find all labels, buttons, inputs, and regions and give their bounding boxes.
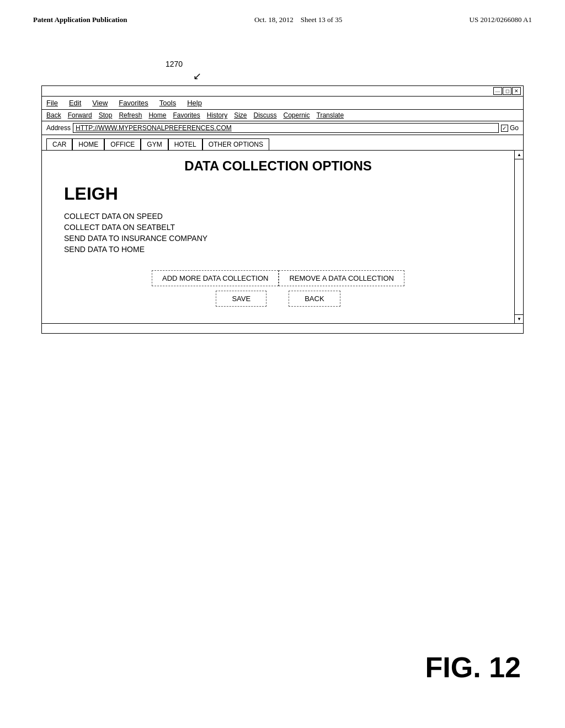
figure-label: FIG. 12 xyxy=(425,651,521,684)
tab-car[interactable]: CAR xyxy=(46,138,72,150)
title-bar: — ◻ ✕ xyxy=(42,86,523,97)
toolbar-size[interactable]: Size xyxy=(234,111,247,119)
address-input[interactable] xyxy=(73,123,499,133)
patent-date: Oct. 18, 2012 xyxy=(254,15,294,24)
menu-help[interactable]: Help xyxy=(187,99,202,107)
minimize-button[interactable]: — xyxy=(493,87,502,95)
toolbar-stop[interactable]: Stop xyxy=(99,111,113,119)
go-checkbox: ✓ xyxy=(501,125,508,132)
close-button[interactable]: ✕ xyxy=(512,87,521,95)
toolbar-refresh[interactable]: Refresh xyxy=(119,111,142,119)
tab-gym[interactable]: GYM xyxy=(141,138,168,150)
toolbar-discuss[interactable]: Discuss xyxy=(253,111,276,119)
menu-bar: File Edit View Favorites Tools Help xyxy=(42,97,523,110)
buttons-row-2: SAVE BACK xyxy=(53,291,503,307)
tab-other-options[interactable]: OTHER OPTIONS xyxy=(202,138,269,150)
content-wrapper: DATA COLLECTION OPTIONS LEIGH COLLECT DA… xyxy=(42,151,523,323)
annotation-label: 1270 xyxy=(166,60,183,68)
remove-data-button[interactable]: REMOVE A DATA COLLECTION xyxy=(279,270,404,286)
page-title: DATA COLLECTION OPTIONS xyxy=(53,158,503,174)
annotation-arrow: ↙ xyxy=(193,70,201,82)
list-item-3: SEND DATA TO INSURANCE COMPANY xyxy=(64,234,503,243)
menu-edit[interactable]: Edit xyxy=(69,99,81,107)
patent-right: US 2012/0266080 A1 xyxy=(470,15,532,24)
tab-bar: CAR HOME OFFICE GYM HOTEL OTHER OPTIONS xyxy=(42,135,523,151)
list-item-2: COLLECT DATA ON SEATBELT xyxy=(64,223,503,232)
scroll-up-button[interactable]: ▲ xyxy=(515,151,524,159)
scrollbar[interactable]: ▲ ▼ xyxy=(514,151,523,323)
content-area: DATA COLLECTION OPTIONS LEIGH COLLECT DA… xyxy=(42,151,514,323)
user-name: LEIGH xyxy=(64,184,503,204)
toolbar: Back Forward Stop Refresh Home Favorites… xyxy=(42,110,523,121)
menu-favorites[interactable]: Favorites xyxy=(119,99,148,107)
back-button[interactable]: BACK xyxy=(289,291,340,307)
address-label: Address xyxy=(46,124,71,132)
toolbar-forward[interactable]: Forward xyxy=(68,111,92,119)
tab-office[interactable]: OFFICE xyxy=(104,138,141,150)
menu-file[interactable]: File xyxy=(46,99,58,107)
menu-view[interactable]: View xyxy=(92,99,108,107)
patent-sheet: Sheet 13 of 35 xyxy=(301,15,342,24)
buttons-row-1: ADD MORE DATA COLLECTION REMOVE A DATA C… xyxy=(53,270,503,286)
toolbar-back[interactable]: Back xyxy=(46,111,61,119)
add-more-data-button[interactable]: ADD MORE DATA COLLECTION xyxy=(152,270,279,286)
scroll-down-button[interactable]: ▼ xyxy=(515,314,524,323)
inner-content: DATA COLLECTION OPTIONS LEIGH COLLECT DA… xyxy=(42,151,514,323)
list-item-1: COLLECT DATA ON SPEED xyxy=(64,212,503,221)
toolbar-home[interactable]: Home xyxy=(148,111,166,119)
tab-hotel[interactable]: HOTEL xyxy=(168,138,202,150)
browser-window: — ◻ ✕ File Edit View Favorites Tools Hel… xyxy=(41,85,524,334)
toolbar-favorites[interactable]: Favorites xyxy=(173,111,200,119)
toolbar-translate[interactable]: Translate xyxy=(317,111,344,119)
tab-home[interactable]: HOME xyxy=(72,138,104,150)
address-go[interactable]: ✓ Go xyxy=(501,124,519,132)
go-label: Go xyxy=(510,124,519,132)
menu-tools[interactable]: Tools xyxy=(159,99,176,107)
window-controls: — ◻ ✕ xyxy=(493,87,521,95)
list-item-4: SEND DATA TO HOME xyxy=(64,245,503,254)
save-button[interactable]: SAVE xyxy=(216,291,266,307)
patent-left: Patent Application Publication xyxy=(33,15,127,24)
data-list: COLLECT DATA ON SPEED COLLECT DATA ON SE… xyxy=(64,212,503,254)
patent-header: Patent Application Publication Oct. 18, … xyxy=(0,0,565,24)
status-bar xyxy=(42,323,523,333)
toolbar-copernic[interactable]: Copernic xyxy=(284,111,310,119)
address-bar: Address ✓ Go xyxy=(42,121,523,135)
patent-center: Oct. 18, 2012 Sheet 13 of 35 xyxy=(254,15,342,24)
toolbar-history[interactable]: History xyxy=(207,111,227,119)
restore-button[interactable]: ◻ xyxy=(503,87,511,95)
